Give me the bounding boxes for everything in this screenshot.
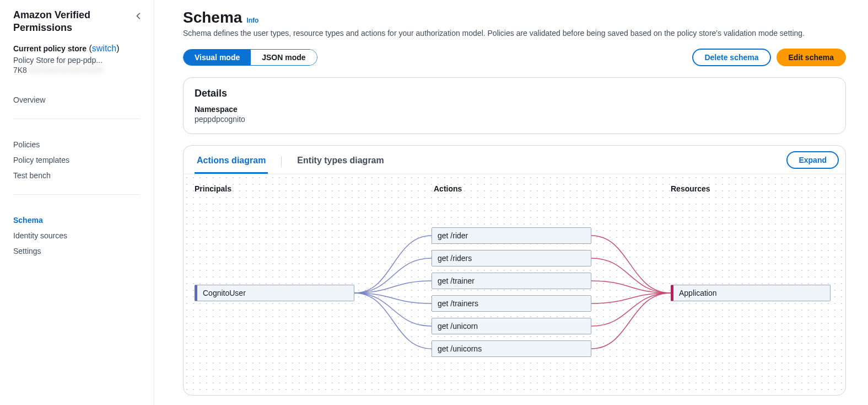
namespace-label: Namespace [195,105,834,114]
details-panel: Details Namespace peppdpcognito [183,77,846,134]
action-node[interactable]: get /riders [432,250,591,267]
tab-separator [281,156,282,167]
sidebar: Amazon Verified Permissions Current poli… [0,0,154,405]
mode-toggle: Visual mode JSON mode [183,49,317,66]
page-description: Schema defines the user types, resource … [183,29,846,38]
nav-identity-sources[interactable]: Identity sources [13,228,141,243]
action-node[interactable]: get /rider [432,227,591,244]
main-content: Schema Info Schema defines the user type… [154,0,868,405]
info-link[interactable]: Info [246,17,258,24]
details-heading: Details [195,88,834,99]
nav-schema[interactable]: Schema [13,212,141,228]
tab-actions-diagram[interactable]: Actions diagram [195,149,268,174]
resource-node[interactable]: Application [671,285,831,301]
collapse-sidebar-icon[interactable] [135,12,143,22]
divider [13,119,141,119]
service-title: Amazon Verified Permissions [13,9,141,35]
nav-test-bench[interactable]: Test bench [13,168,141,183]
current-store-label: Current policy store [13,44,87,53]
namespace-value: peppdpcognito [195,115,834,124]
action-node[interactable]: get /trainers [432,295,591,312]
column-resources: Resources [671,184,710,193]
switch-store-link[interactable]: switch [92,44,116,53]
diagram-canvas[interactable]: Principals Actions Resources [184,174,845,395]
tab-entity-types-diagram[interactable]: Entity types diagram [295,149,386,174]
action-node[interactable]: get /trainer [432,273,591,289]
page-title: Schema [183,9,242,26]
nav-overview[interactable]: Overview [13,92,141,108]
edit-schema-button[interactable]: Edit schema [777,49,846,66]
nav-settings[interactable]: Settings [13,243,141,259]
divider [13,194,141,195]
action-node[interactable]: get /unicorn [432,318,591,334]
expand-button[interactable]: Expand [786,151,839,169]
principal-node[interactable]: CognitoUser [195,285,354,301]
store-name: Policy Store for pep-pdp... [13,56,141,65]
diagram-panel: Actions diagram Entity types diagram Exp… [183,145,846,396]
delete-schema-button[interactable]: Delete schema [692,49,770,66]
action-node[interactable]: get /unicorns [432,340,591,357]
nav-policies[interactable]: Policies [13,137,141,152]
json-mode-button[interactable]: JSON mode [251,50,316,65]
visual-mode-button[interactable]: Visual mode [184,50,251,65]
column-actions: Actions [434,184,462,193]
nav-policy-templates[interactable]: Policy templates [13,152,141,168]
column-principals: Principals [195,184,231,193]
store-id: 7K8XXXXXXXXXXXXXXX [13,66,141,74]
